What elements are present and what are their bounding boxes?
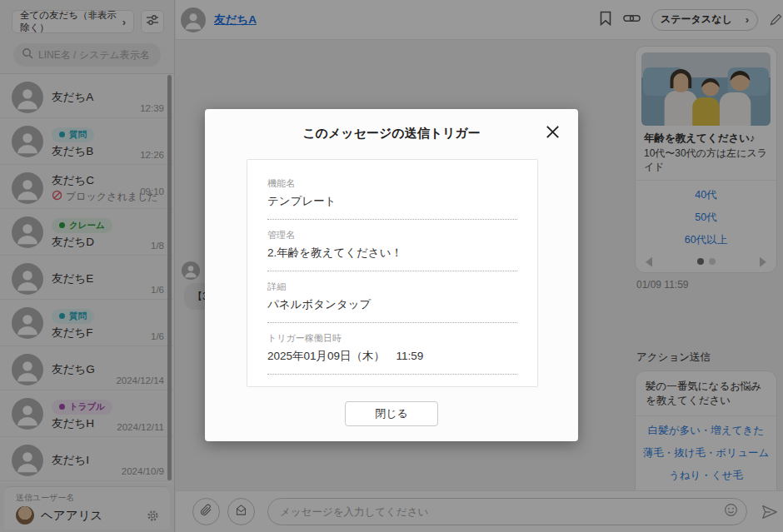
modal-title: このメッセージの送信トリガー [205, 126, 578, 142]
trigger-field: 機能名 テンプレート [267, 168, 517, 220]
trigger-field: 詳細 パネルボタンタップ [267, 271, 517, 323]
field-label: 機能名 [267, 177, 517, 190]
field-label: 管理名 [267, 229, 517, 241]
field-value: テンプレート [267, 194, 517, 209]
trigger-field: トリガー稼働日時 2025年01月09日（木） 11:59 [267, 323, 517, 375]
trigger-detail-box: 機能名 テンプレート 管理名 2.年齢を教えてください！ 詳細 パネルボタンタッ… [247, 159, 538, 387]
app-window: 全ての友だち（非表示除く） › 友だ [0, 0, 783, 532]
trigger-field: 管理名 2.年齢を教えてください！ [267, 220, 517, 271]
field-value: 2.年齢を教えてください！ [267, 246, 517, 261]
close-icon[interactable] [541, 121, 563, 142]
field-label: トリガー稼働日時 [267, 332, 517, 345]
trigger-modal: このメッセージの送信トリガー 機能名 テンプレート 管理名 2.年齢を教えてくだ… [205, 109, 578, 441]
close-button[interactable]: 閉じる [345, 401, 438, 426]
field-label: 詳細 [267, 281, 517, 293]
field-value: パネルボタンタップ [267, 297, 517, 312]
field-value: 2025年01月09日（木） 11:59 [267, 349, 517, 364]
